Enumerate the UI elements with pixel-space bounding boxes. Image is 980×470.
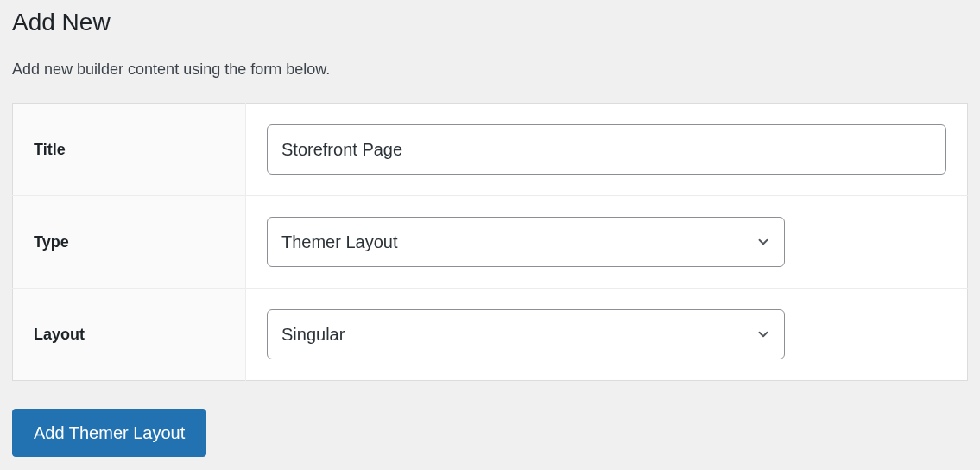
page-wrap: Add New Add new builder content using th…	[0, 0, 980, 466]
type-cell: Themer Layout	[246, 196, 968, 289]
layout-select-wrap: Singular	[267, 309, 785, 359]
row-layout: Layout Singular	[13, 289, 968, 381]
type-select[interactable]: Themer Layout	[267, 217, 785, 267]
page-title: Add New	[12, 9, 968, 36]
row-type: Type Themer Layout	[13, 196, 968, 289]
page-description: Add new builder content using the form b…	[12, 60, 968, 79]
layout-select[interactable]: Singular	[267, 309, 785, 359]
title-cell	[246, 104, 968, 196]
type-select-wrap: Themer Layout	[267, 217, 785, 267]
form-table: Title Type Themer Layout	[12, 103, 968, 381]
layout-label: Layout	[13, 289, 246, 381]
title-input[interactable]	[267, 124, 946, 175]
title-label: Title	[13, 104, 246, 196]
row-title: Title	[13, 104, 968, 196]
layout-cell: Singular	[246, 289, 968, 381]
submit-area: Add Themer Layout	[12, 409, 968, 457]
type-label: Type	[13, 196, 246, 289]
add-themer-layout-button[interactable]: Add Themer Layout	[12, 409, 206, 457]
